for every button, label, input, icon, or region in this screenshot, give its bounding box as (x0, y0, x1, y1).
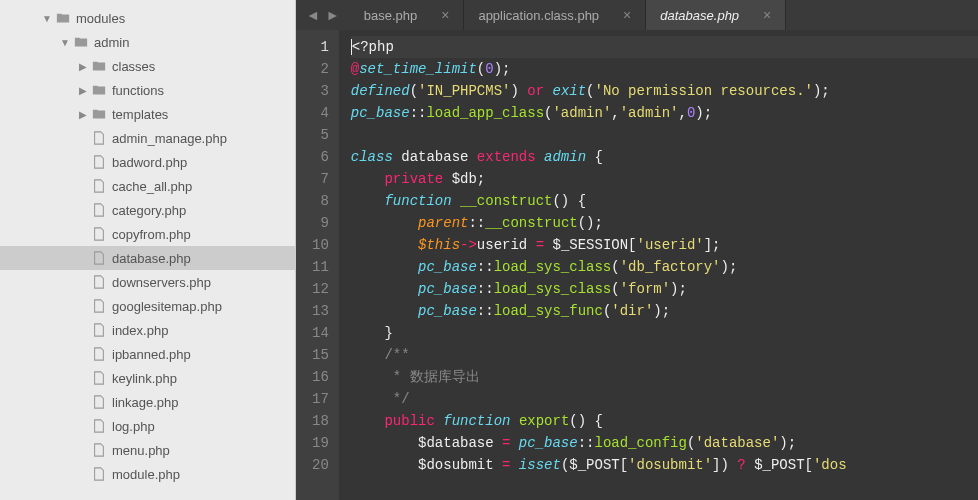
editor-tab[interactable]: application.class.php× (464, 0, 646, 30)
file-row[interactable]: linkage.php (0, 390, 295, 414)
tab-label: application.class.php (478, 8, 599, 23)
twisty-icon[interactable]: ▶ (76, 85, 90, 96)
folder-row[interactable]: ▶functions (0, 78, 295, 102)
file-row[interactable]: badword.php (0, 150, 295, 174)
close-icon[interactable]: × (763, 7, 771, 23)
file-row[interactable]: log.php (0, 414, 295, 438)
line-number: 17 (312, 388, 329, 410)
tree-label: linkage.php (112, 395, 179, 410)
file-row[interactable]: module.php (0, 462, 295, 486)
code-line[interactable]: defined('IN_PHPCMS') or exit('No permiss… (351, 80, 978, 102)
tree-label: keylink.php (112, 371, 177, 386)
code-line[interactable]: private $db; (351, 168, 978, 190)
nav-back-icon[interactable]: ◄ (306, 7, 320, 23)
code-line[interactable]: class database extends admin { (351, 146, 978, 168)
file-icon (90, 179, 108, 193)
file-icon (90, 203, 108, 217)
twisty-icon[interactable]: ▼ (58, 37, 72, 48)
line-number: 6 (312, 146, 329, 168)
file-row[interactable]: cache_all.php (0, 174, 295, 198)
code-line[interactable]: parent::__construct(); (351, 212, 978, 234)
folder-row[interactable]: ▼modules (0, 6, 295, 30)
close-icon[interactable]: × (441, 7, 449, 23)
code-line[interactable]: } (351, 322, 978, 344)
code-line[interactable]: function __construct() { (351, 190, 978, 212)
code-line[interactable]: $dosubmit = isset($_POST['dosubmit']) ? … (351, 454, 978, 476)
file-row[interactable]: menu.php (0, 438, 295, 462)
code-view[interactable]: 1234567891011121314151617181920 <?php@se… (296, 30, 978, 500)
line-number: 12 (312, 278, 329, 300)
file-sidebar[interactable]: ▼modules▼admin▶classes▶functions▶templat… (0, 0, 296, 500)
file-icon (90, 251, 108, 265)
tree-label: ipbanned.php (112, 347, 191, 362)
close-icon[interactable]: × (623, 7, 631, 23)
code-line[interactable]: pc_base::load_app_class('admin','admin',… (351, 102, 978, 124)
code-source[interactable]: <?php@set_time_limit(0);defined('IN_PHPC… (339, 30, 978, 500)
code-line[interactable]: pc_base::load_sys_class('form'); (351, 278, 978, 300)
tree-label: badword.php (112, 155, 187, 170)
folder-icon (90, 59, 108, 73)
code-line[interactable]: pc_base::load_sys_class('db_factory'); (351, 256, 978, 278)
line-gutter: 1234567891011121314151617181920 (296, 30, 339, 500)
file-row[interactable]: ipbanned.php (0, 342, 295, 366)
tab-label: base.php (364, 8, 418, 23)
tree-label: index.php (112, 323, 168, 338)
editor-tab[interactable]: base.php× (350, 0, 465, 30)
twisty-icon[interactable]: ▼ (40, 13, 54, 24)
file-row[interactable]: index.php (0, 318, 295, 342)
line-number: 11 (312, 256, 329, 278)
file-row[interactable]: keylink.php (0, 366, 295, 390)
line-number: 4 (312, 102, 329, 124)
tree-label: downservers.php (112, 275, 211, 290)
code-line[interactable] (351, 124, 978, 146)
code-line[interactable]: */ (351, 388, 978, 410)
editor-tab[interactable]: database.php× (646, 0, 786, 30)
line-number: 2 (312, 58, 329, 80)
nav-forward-icon[interactable]: ► (326, 7, 340, 23)
file-icon (90, 131, 108, 145)
line-number: 14 (312, 322, 329, 344)
code-line[interactable]: /** (351, 344, 978, 366)
file-row[interactable]: database.php (0, 246, 295, 270)
line-number: 9 (312, 212, 329, 234)
tree-label: database.php (112, 251, 191, 266)
folder-row[interactable]: ▶classes (0, 54, 295, 78)
tree-label: cache_all.php (112, 179, 192, 194)
editor-topbar: ◄ ► base.php×application.class.php×datab… (296, 0, 978, 30)
file-row[interactable]: admin_manage.php (0, 126, 295, 150)
code-line[interactable]: * 数据库导出 (351, 366, 978, 388)
file-row[interactable]: googlesitemap.php (0, 294, 295, 318)
code-line[interactable]: $this->userid = $_SESSION['userid']; (351, 234, 978, 256)
code-line[interactable]: $database = pc_base::load_config('databa… (351, 432, 978, 454)
code-line[interactable]: public function export() { (351, 410, 978, 432)
tree-label: admin (94, 35, 129, 50)
file-icon (90, 227, 108, 241)
folder-icon (54, 11, 72, 25)
tree-label: category.php (112, 203, 186, 218)
twisty-icon[interactable]: ▶ (76, 109, 90, 120)
folder-icon (90, 107, 108, 121)
tree-label: templates (112, 107, 168, 122)
tab-bar: base.php×application.class.php×database.… (350, 0, 978, 30)
file-icon (90, 419, 108, 433)
file-row[interactable]: category.php (0, 198, 295, 222)
twisty-icon[interactable]: ▶ (76, 61, 90, 72)
tree-label: menu.php (112, 443, 170, 458)
line-number: 3 (312, 80, 329, 102)
tree-label: modules (76, 11, 125, 26)
file-icon (90, 467, 108, 481)
tree-label: functions (112, 83, 164, 98)
line-number: 15 (312, 344, 329, 366)
line-number: 1 (312, 36, 329, 58)
line-number: 5 (312, 124, 329, 146)
code-line[interactable]: @set_time_limit(0); (351, 58, 978, 80)
folder-row[interactable]: ▼admin (0, 30, 295, 54)
file-icon (90, 395, 108, 409)
folder-row[interactable]: ▶templates (0, 102, 295, 126)
file-row[interactable]: copyfrom.php (0, 222, 295, 246)
file-row[interactable]: downservers.php (0, 270, 295, 294)
code-line[interactable]: pc_base::load_sys_func('dir'); (351, 300, 978, 322)
code-line[interactable]: <?php (351, 36, 978, 58)
line-number: 16 (312, 366, 329, 388)
file-icon (90, 155, 108, 169)
